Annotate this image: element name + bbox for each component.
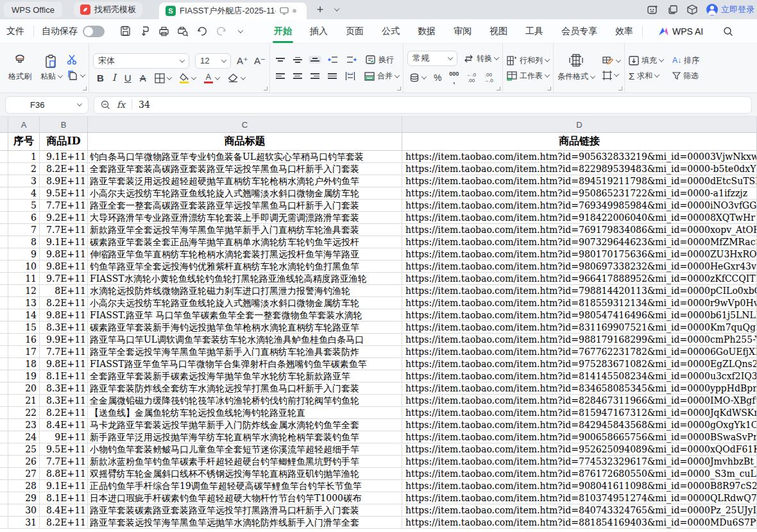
cell-product-id[interactable]: 8.3E+11	[40, 322, 88, 334]
column-header-a[interactable]: A	[8, 117, 40, 133]
tab-insert[interactable]: 插入	[301, 19, 337, 43]
cell[interactable]	[0, 224, 8, 236]
cell-index[interactable]: 19	[8, 370, 40, 382]
group-expand-icon[interactable]	[397, 87, 401, 90]
cell-product-title[interactable]: 正品钓鱼竿手杆综合竿19调鱼竿超轻硬高碳竿鲤鱼竿台钓竿长节鱼竿	[88, 480, 402, 492]
export-pdf-icon[interactable]	[137, 24, 152, 39]
name-box[interactable]: F36	[5, 96, 89, 114]
cell-product-id[interactable]: 8.2E+11	[40, 163, 88, 175]
increase-font-button[interactable]: A⁺	[237, 56, 248, 65]
align-left-button[interactable]	[274, 71, 287, 81]
cell-product-link[interactable]: https://item.taobao.com/item.htm?id=8429…	[402, 419, 757, 431]
decrease-font-button[interactable]: A⁻	[254, 56, 266, 65]
table-style-button[interactable]	[568, 54, 584, 67]
strikethrough-button[interactable]: A	[140, 73, 146, 83]
new-tab-button[interactable]: +	[312, 1, 328, 18]
cell-product-link[interactable]: https://item.taobao.com/item.htm?id=8284…	[402, 395, 757, 407]
cell-product-title[interactable]: 小高尔夫远投纺车轮路亚鱼线轮旋入式翘嘴淡水斜口微物金属纺车轮	[88, 297, 402, 309]
tab-page[interactable]: 页面	[337, 19, 373, 43]
cell-product-link[interactable]: https://item.taobao.com/item.htm?id=8103…	[402, 492, 757, 504]
cell[interactable]	[0, 504, 8, 517]
header-cell-product-id[interactable]: 商品ID	[40, 133, 88, 151]
cell-product-link[interactable]: https://item.taobao.com/item.htm?id=7677…	[402, 346, 757, 358]
cell-product-link[interactable]: https://item.taobao.com/item.htm?id=9508…	[402, 187, 757, 200]
cell-product-link[interactable]: https://item.taobao.com/item.htm?id=7691…	[402, 224, 757, 236]
column-header-b[interactable]: B	[40, 117, 88, 133]
cell-product-id[interactable]: 8.8E+11	[40, 468, 88, 480]
cell-product-title[interactable]: 全金属微铅磁力缓降筏钓轮筏竿冰钓渔轮桥钓伐钓前打轮阀竿钓鱼轮	[88, 395, 402, 407]
cell[interactable]	[0, 492, 8, 504]
tab-docer-templates[interactable]: 找稻壳模板	[74, 2, 142, 17]
cell[interactable]	[0, 480, 8, 492]
cell-product-id[interactable]: 7.7E+11	[40, 200, 88, 212]
cell-product-title[interactable]: 路亚全套一整套高碳路亚套装路亚竿远投竿黑鱼马口杆新手入门套装	[88, 200, 402, 212]
cell-index[interactable]: 27	[8, 468, 40, 480]
cell-product-id[interactable]: 9.1E+11	[40, 151, 88, 163]
cell-index[interactable]: 1	[8, 151, 40, 163]
cell[interactable]	[0, 382, 8, 395]
cell-index[interactable]: 6	[8, 212, 40, 224]
cell[interactable]	[0, 443, 8, 456]
cell-product-title[interactable]: 新款冰蓝粉鱼竿钓鱼竿碳素手杆超轻超硬台钓竿鲫鲤鱼黑坑野钓手竿	[88, 456, 402, 468]
cell-product-id[interactable]: 8.1E+11	[40, 492, 88, 504]
cell-index[interactable]: 14	[8, 309, 40, 322]
tab-formula[interactable]: 公式	[373, 19, 409, 43]
cell[interactable]	[0, 175, 8, 187]
cell-index[interactable]: 11	[8, 273, 40, 285]
cell[interactable]	[0, 322, 8, 334]
cell-index[interactable]: 5	[8, 200, 40, 212]
cell-product-link[interactable]: https://item.taobao.com/item.htm?id=9006…	[402, 431, 757, 443]
currency-button[interactable]	[410, 73, 426, 82]
cell-product-id[interactable]: 9.5E+11	[40, 187, 88, 200]
cell-index[interactable]: 3	[8, 175, 40, 187]
cell[interactable]	[0, 358, 8, 370]
borders-button[interactable]	[155, 73, 171, 83]
cell-product-link[interactable]: https://item.taobao.com/item.htm?id=8945…	[402, 175, 757, 187]
cell-product-link[interactable]: https://item.taobao.com/item.htm?id=9805…	[402, 309, 757, 322]
group-expand-icon[interactable]	[618, 87, 622, 90]
cell-index[interactable]: 10	[8, 261, 40, 273]
tab-list-chevron-icon[interactable]	[328, 1, 345, 18]
cell-index[interactable]: 26	[8, 456, 40, 468]
group-expand-icon[interactable]	[264, 87, 268, 90]
cell-product-id[interactable]: 8.1E+11	[40, 370, 88, 382]
cell-index[interactable]: 23	[8, 419, 40, 431]
cell-product-title[interactable]: 新手路亚竿泛用远投抛竿海竿纺车轮直柄竿水滴轮枪柄竿套装钓鱼竿	[88, 431, 402, 443]
cell[interactable]	[0, 431, 8, 443]
print-icon[interactable]	[156, 24, 171, 39]
filter-button[interactable]: 筛选	[672, 71, 699, 82]
cell-product-id[interactable]: 9.8E+11	[40, 309, 88, 322]
cell-index[interactable]: 9	[8, 248, 40, 261]
cell-product-link[interactable]: https://item.taobao.com/item.htm?id=9806…	[402, 261, 757, 273]
windows-stack-icon[interactable]	[668, 4, 678, 15]
cell-product-title[interactable]: 路亚竿全套远投竿海竿黑鱼竿抛竿新手入门直柄纺车轮渔具套装防炸	[88, 346, 402, 358]
cell-product-id[interactable]: 8.2E+11	[40, 517, 88, 529]
cell[interactable]	[0, 212, 8, 224]
cell[interactable]	[0, 285, 8, 297]
header-cell-product-link[interactable]: 商品链接	[402, 133, 757, 151]
cell-product-title[interactable]: 新款路亚竿全套远投竿海竿黑鱼竿抛竿新手入门直柄纺车轮渔具套装	[88, 224, 402, 236]
cell-product-title[interactable]: 钓白条马口竿微物路亚竿专业钓鱼装备UL超软实心竿稍马口钓竿套装	[88, 151, 402, 163]
cell-product-title[interactable]: 伸缩路亚竿鱼竿直柄纺车轮枪柄水滴轮套装打黑远投杆鱼竿海竿路亚	[88, 248, 402, 261]
quickbar-chevron-icon[interactable]	[233, 24, 248, 39]
percent-button[interactable]: %	[434, 73, 441, 82]
cell-product-title[interactable]: 水滴轮远投防炸线微物路亚轮磁力刹车进口打黑泄力报警海钓渔轮	[88, 285, 402, 297]
cell-product-link[interactable]: https://item.taobao.com/item.htm?id=9080…	[402, 480, 757, 492]
header-cell-product-title[interactable]: 商品标题	[88, 133, 402, 151]
cell-index[interactable]: 20	[8, 382, 40, 395]
cell-product-title[interactable]: 路亚竿套装碳素路亚套装路亚竿远投竿打黑路滑马口杆新手入门套装	[88, 504, 402, 517]
cell-index[interactable]: 31	[8, 517, 40, 529]
monitor-icon[interactable]	[280, 7, 289, 15]
increase-indent-button[interactable]	[344, 54, 359, 65]
cell-product-id[interactable]: 7.7E+11	[40, 456, 88, 468]
menu-file[interactable]: 文件	[0, 26, 33, 37]
cell[interactable]	[0, 468, 8, 480]
cell-product-link[interactable]: https://item.taobao.com/item.htm?id=8159…	[402, 407, 757, 419]
justify-button[interactable]	[326, 71, 339, 81]
cell-product-link[interactable]: https://item.taobao.com/item.htm?id=8761…	[402, 468, 757, 480]
increase-decimal-button[interactable]: ←.0 .00	[466, 72, 476, 83]
cell-format-button[interactable]	[602, 71, 620, 80]
cell-product-link[interactable]: https://item.taobao.com/item.htm?id=7745…	[402, 456, 757, 468]
tab-review[interactable]: 审阅	[445, 19, 481, 43]
cell-index[interactable]: 15	[8, 322, 40, 334]
